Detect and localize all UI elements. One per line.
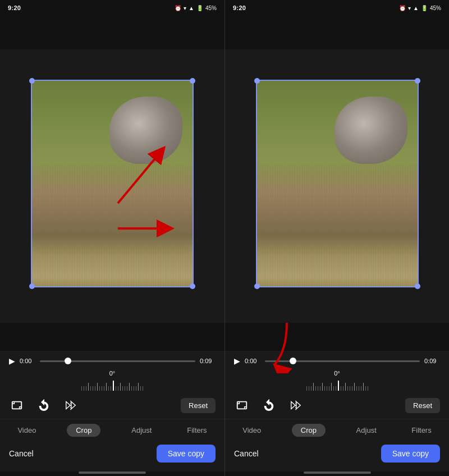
tick [354,383,355,391]
rotation-area-right: 0° [234,370,440,391]
tick [84,386,84,391]
tab-filters-left[interactable]: Filters [182,424,211,437]
status-icons-right: ⏰ ▾ ▲ 🔋 45% [399,5,441,11]
rotation-ruler-right[interactable] [234,378,440,391]
tab-crop-left[interactable]: Crop [67,424,100,437]
time-right: 9:20 [233,4,246,11]
play-button-left[interactable]: ▶ [9,356,15,365]
tick [120,383,121,391]
wifi-icon: ▾ [184,5,186,11]
reset-button-left[interactable]: Reset [181,398,216,413]
signal-icon: ▲ [189,5,194,11]
tick [329,386,329,391]
video-frame-right [256,80,419,287]
signal-icon-right: ▲ [413,5,419,11]
grass-right [256,163,419,287]
bottom-bar-right: Cancel Save copy [225,440,449,472]
tick-center-right [338,381,339,391]
tab-video-right[interactable]: Video [238,424,265,437]
tab-crop-right[interactable]: Crop [292,424,326,437]
tick [111,386,111,391]
tick [127,386,127,391]
save-button-left[interactable]: Save copy [157,445,216,463]
tick [306,386,307,391]
tick [343,386,343,391]
battery-icon: 🔋 [196,5,203,11]
timeline-dot-right[interactable] [290,358,296,364]
rock-left [109,97,182,164]
tick [95,386,95,391]
tick [322,383,323,391]
tab-adjust-right[interactable]: Adjust [352,424,381,437]
cancel-button-left[interactable]: Cancel [9,449,34,458]
aspect-ratio-button-right[interactable] [234,397,250,413]
tick [327,386,327,391]
tick [311,386,311,391]
flip-icon-right [290,399,302,411]
aspect-ratio-icon-left [11,399,23,411]
tool-row-left: Reset [9,395,216,415]
tab-adjust-left[interactable]: Adjust [127,424,156,437]
video-bg-bottom-right [225,323,449,351]
tick [333,386,334,391]
battery-icon-right: 🔋 [421,5,428,11]
video-bg-top-left [0,16,224,49]
timeline-dot-left[interactable] [65,358,71,364]
battery-pct-right: 45% [430,5,441,11]
left-panel: 9:20 ⏰ ▾ ▲ 🔋 45% [0,0,224,476]
tick [140,386,141,391]
aspect-ratio-button-left[interactable] [9,397,25,413]
tick [106,383,107,391]
rotate-button-right[interactable] [261,397,277,413]
video-image-left [31,80,194,287]
save-button-right[interactable]: Save copy [381,445,440,463]
tick [86,386,86,391]
timeline-left[interactable] [40,360,195,362]
rotation-ruler-left[interactable] [9,378,216,391]
rotate-icon-left [38,399,50,411]
reset-button-right[interactable]: Reset [405,398,440,413]
flip-icon-left [65,399,77,411]
tick [320,386,320,391]
rock-right [335,97,407,164]
video-image-right [256,80,419,287]
rotate-button-left[interactable] [36,397,52,413]
tick [93,386,93,391]
tick [315,386,316,391]
tick [88,383,89,391]
end-time-right: 0:09 [424,358,440,364]
status-icons-left: ⏰ ▾ ▲ 🔋 45% [175,5,217,11]
rotation-area-left: 0° [9,370,216,391]
end-time-left: 0:09 [200,358,216,364]
tab-video-left[interactable]: Video [13,424,40,437]
wifi-icon-right: ▾ [408,5,411,11]
tab-bar-left: Video Crop Adjust Filters [0,419,224,440]
ruler-ticks-left [9,378,216,391]
video-bg-top-right [225,16,449,49]
timeline-right[interactable] [265,360,420,362]
current-time-right: 0:00 [245,358,260,364]
tick [104,386,104,391]
flip-button-right[interactable] [288,397,304,413]
tick [336,386,336,391]
play-button-right[interactable]: ▶ [234,356,240,365]
rotation-label-left: 0° [109,370,116,377]
video-bg-bottom-left [0,323,224,351]
tick [324,386,325,391]
video-area-left [0,16,224,351]
tick [116,386,116,391]
tick [331,383,332,391]
tick [309,386,309,391]
tick [131,386,132,391]
controls-left: ▶ 0:00 0:09 0° [0,351,224,419]
cancel-button-right[interactable]: Cancel [234,449,259,458]
controls-right: ▶ 0:00 0:09 0° [225,351,449,419]
tick [108,386,109,391]
time-left: 9:20 [8,4,21,11]
tab-filters-right[interactable]: Filters [407,424,436,437]
status-bar-right: 9:20 ⏰ ▾ ▲ 🔋 45% [225,0,449,16]
tick [99,386,100,391]
tick [102,386,102,391]
flip-button-left[interactable] [63,397,79,413]
tick [122,386,123,391]
